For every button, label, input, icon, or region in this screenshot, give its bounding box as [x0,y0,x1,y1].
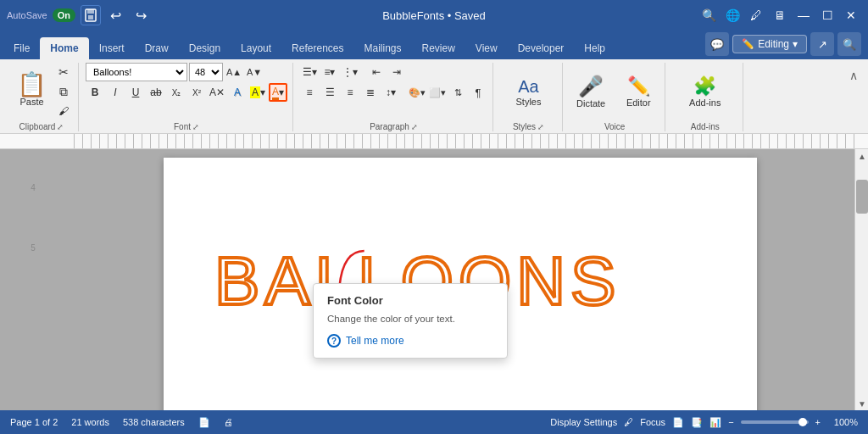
font-name-select[interactable]: Balloons! [86,63,187,81]
paragraph-label[interactable]: Paragraph ⤢ [370,120,418,131]
clipboard-label[interactable]: Clipboard ⤢ [19,120,64,131]
focus-label[interactable]: Focus [640,417,665,427]
tab-home[interactable]: Home [40,37,88,59]
tab-references[interactable]: References [281,37,353,59]
paragraph-group: ☰▾ ≡▾ ⋮▾ ⇤ ⇥ ≡ ☰ ≡ ≣ ↕▾ 🎨▾ ⬜▾ ⇅ ¶ Paragr [295,63,493,131]
underline-button[interactable]: U [126,83,145,102]
styles-label[interactable]: Styles ⤢ [513,120,544,131]
font-color-button[interactable]: A▾ [269,83,287,102]
sort-button[interactable]: ⇅ [448,83,467,102]
redo-icon[interactable]: ↪ [131,5,152,25]
bullets-button[interactable]: ☰▾ [300,63,319,81]
text-effect-button[interactable]: A [228,83,247,102]
editor-icon: ✏️ [627,75,650,97]
tooltip-title: Font Color [327,294,493,307]
page-info: Page 1 of 2 [10,417,58,427]
clipboard-group-content: 📋 Paste ✂ ⧉ 🖌 [10,63,73,120]
zoom-plus-button[interactable]: + [815,417,821,427]
comments-button[interactable]: 💬 [705,32,729,56]
ribbon-collapse-button[interactable]: ∧ [844,66,863,85]
align-row: ≡ ☰ ≡ ≣ ↕▾ 🎨▾ ⬜▾ ⇅ ¶ [300,83,487,102]
tab-design[interactable]: Design [179,37,231,59]
numbering-button[interactable]: ≡▾ [320,63,339,81]
cut-button[interactable]: ✂ [54,63,73,81]
increase-indent-button[interactable]: ⇥ [387,63,406,81]
highlight-color-button[interactable]: A▾ [248,83,267,102]
scroll-up-button[interactable]: ▲ [855,149,868,163]
clipboard-secondary: ✂ ⧉ 🖌 [54,63,73,120]
tab-layout[interactable]: Layout [231,37,281,59]
font-label[interactable]: Font ⤢ [174,120,199,131]
tab-insert[interactable]: Insert [89,37,135,59]
display-settings-label[interactable]: Display Settings [550,417,617,427]
clear-format-button[interactable]: A✕ [208,83,226,102]
close-button[interactable]: ✕ [841,5,861,25]
tab-file[interactable]: File [3,37,40,59]
format-painter-button[interactable]: 🖌 [54,102,73,120]
justify-button[interactable]: ≣ [361,83,380,102]
document-container: 4 5 Font Color Change the color of your … [0,149,868,410]
ruler-content [66,134,854,148]
shading-button[interactable]: 🎨▾ [408,83,426,102]
align-left-button[interactable]: ≡ [300,83,319,102]
tab-view[interactable]: View [465,37,508,59]
tab-mailings[interactable]: Mailings [353,37,411,59]
editor-button[interactable]: ✏️ Editor [617,64,659,119]
focus-icon: 🖋 [624,417,633,427]
page-area: Font Color Change the color of your text… [66,149,854,410]
editing-mode-button[interactable]: ✏️ Editing ▾ [732,35,807,53]
addins-button[interactable]: 🧩 Add-ins [682,64,727,119]
ribbon-search-icon[interactable]: 🔍 [837,32,861,56]
superscript-button[interactable]: X² [187,83,206,102]
dictate-button[interactable]: 🎤 Dictate [570,64,612,119]
scroll-thumb[interactable] [856,180,868,214]
increase-font-button[interactable]: A▲ [225,63,243,81]
tab-developer[interactable]: Developer [508,37,575,59]
tab-review[interactable]: Review [412,37,465,59]
addins-label[interactable]: Add-ins [691,120,720,131]
tab-draw[interactable]: Draw [135,37,179,59]
align-center-button[interactable]: ☰ [320,83,339,102]
minimize-button[interactable]: — [793,5,814,25]
voice-label[interactable]: Voice [604,120,625,131]
autosave-toggle[interactable]: On [53,8,75,22]
paste-button[interactable]: 📋 Paste [10,63,53,117]
voice-content: 🎤 Dictate ✏️ Editor [570,63,659,120]
document-page[interactable]: Font Color Change the color of your text… [164,158,757,410]
line-spacing-button[interactable]: ↕▾ [381,83,400,102]
pilcrow-button[interactable]: ¶ [469,83,487,102]
monitor-icon: 🖥 [770,5,790,25]
styles-group: Aa Styles Styles ⤢ [495,63,563,131]
multilevel-list-button[interactable]: ⋮▾ [341,63,359,81]
strikethrough-button[interactable]: ab [147,83,165,102]
paragraph-expand-icon: ⤢ [411,123,418,131]
borders-button[interactable]: ⬜▾ [428,83,447,102]
italic-button[interactable]: I [106,83,125,102]
maximize-button[interactable]: ☐ [817,5,837,25]
tab-help[interactable]: Help [574,37,615,59]
scroll-down-button[interactable]: ▼ [855,397,868,410]
undo-icon[interactable]: ↩ [106,5,126,25]
font-size-select[interactable]: 48 [189,63,223,81]
help-circle-icon: ? [327,334,341,348]
tooltip-link[interactable]: ? Tell me more [327,334,493,348]
align-right-button[interactable]: ≡ [341,83,359,102]
view-icon-2: 📑 [691,417,703,428]
ribbon-share-button[interactable]: ↗ [810,32,834,56]
zoom-slider[interactable] [741,420,809,424]
copy-button[interactable]: ⧉ [54,82,73,101]
styles-button[interactable]: Aa Styles [504,64,554,119]
title-bar-right: 🔍 🌐 🖊 🖥 — ☐ ✕ [651,5,861,25]
tooltip-link-label[interactable]: Tell me more [346,335,404,347]
bold-button[interactable]: B [86,83,104,102]
addins-icon: 🧩 [693,75,716,97]
zoom-percent[interactable]: 100% [827,417,858,427]
subscript-button[interactable]: X₂ [167,83,186,102]
zoom-thumb [798,418,807,426]
vertical-scrollbar[interactable]: ▲ ▼ [854,149,868,410]
decrease-font-button[interactable]: A▼ [245,63,264,81]
zoom-minus-button[interactable]: − [728,417,733,427]
search-button[interactable]: 🔍 [698,5,719,25]
decrease-indent-button[interactable]: ⇤ [367,63,386,81]
save-icon[interactable] [81,5,101,25]
